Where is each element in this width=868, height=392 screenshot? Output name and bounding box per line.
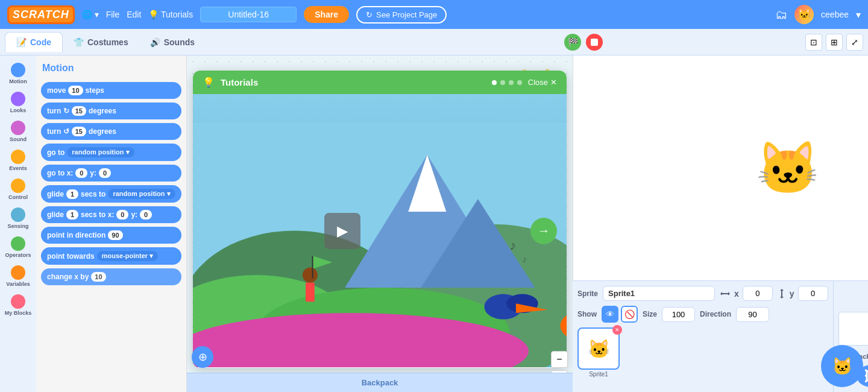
block-turn-ccw[interactable]: turn ↺ 15 degrees (41, 123, 181, 140)
folder-icon[interactable]: 🗂 (775, 8, 787, 22)
tutorial-next-button[interactable]: → (530, 218, 557, 244)
sprite-attrs-row: Show 👁 🚫 Size Direction (577, 306, 828, 323)
block-panel-title: Motion (41, 60, 181, 76)
costumes-tab-icon: 👕 (74, 37, 84, 47)
language-selector[interactable]: 🌐 ▾ (82, 10, 99, 19)
stop-button[interactable] (586, 34, 603, 51)
sprite-name-row: Sprite x y (577, 286, 828, 301)
username[interactable]: ceebee (821, 10, 849, 19)
y-input[interactable] (798, 286, 828, 301)
show-visible-button[interactable]: 👁 (602, 306, 618, 323)
block-glide-xy[interactable]: glide 1 secs to x: 0 y: 0 (41, 206, 181, 223)
direction-label: Direction (700, 310, 731, 318)
sidebar-item-looks[interactable]: Looks (10, 89, 27, 116)
sensing-dot (11, 207, 25, 222)
sensing-label: Sensing (7, 223, 28, 229)
show-hidden-button[interactable]: 🚫 (621, 306, 638, 323)
direction-input[interactable] (736, 307, 769, 322)
sidebar-item-variables[interactable]: Variables (6, 263, 30, 289)
sprite-list: Sprite x y Show (573, 281, 833, 392)
play-button[interactable]: ▶ (324, 213, 360, 249)
y-label: y (790, 289, 794, 299)
tutorial-close-button[interactable]: Close ✕ (528, 78, 557, 87)
workspace[interactable]: 🐱 💡 Tutorials Close ✕ (187, 55, 573, 392)
size-label: Size (643, 310, 657, 318)
fullscreen-button[interactable]: ⤢ (846, 34, 863, 51)
block-categories: Motion Looks Sound Events Control Sensin… (0, 55, 36, 392)
motion-label: Motion (9, 78, 27, 84)
tutorial-header: 💡 Tutorials Close ✕ (193, 71, 567, 94)
svg-point-9 (303, 267, 318, 282)
size-input[interactable] (662, 307, 695, 322)
control-dot (11, 179, 25, 193)
sprite-name-input[interactable] (603, 286, 715, 301)
sidebar-item-myblocks[interactable]: My Blocks (5, 292, 32, 318)
edit-menu[interactable]: Edit (127, 10, 141, 19)
add-sprite-icon: 🐱 (832, 356, 853, 376)
x-arrows-icon (720, 289, 731, 298)
block-point-direction[interactable]: point in direction 90 (41, 227, 181, 244)
green-flag-button[interactable]: 🏁 (564, 34, 581, 51)
refresh-icon: ↻ (366, 10, 373, 19)
block-move[interactable]: move 10 steps (41, 82, 181, 99)
stage-thumbnail[interactable] (838, 312, 868, 346)
control-label: Control (8, 194, 28, 200)
block-point-towards[interactable]: point towards mouse-pointer ▾ (41, 247, 181, 265)
stage-layout-buttons: ⊡ ⊞ ⤢ (805, 34, 863, 51)
tutorial-dot-3[interactable] (509, 80, 514, 85)
share-button[interactable]: Share (304, 6, 349, 23)
sidebar-item-motion[interactable]: Motion (9, 60, 27, 87)
x-input[interactable] (743, 286, 773, 301)
small-stage-button[interactable]: ⊡ (805, 34, 822, 51)
right-panel: 🐱 Sprite x y (573, 55, 868, 392)
tutorial-scene-svg: ♪ ♪ (193, 94, 567, 367)
tab-sounds[interactable]: 🔊 Sounds (139, 33, 206, 52)
add-extension-button[interactable]: ⊕ (192, 346, 213, 368)
svg-rect-11 (312, 256, 313, 279)
sidebar-item-operators[interactable]: Operators (5, 234, 31, 261)
sprite-thumb-sprite1[interactable]: 🐱 ✕ (577, 327, 620, 370)
sidebar-item-events[interactable]: Events (9, 147, 27, 174)
tutorial-overlay: 💡 Tutorials Close ✕ (193, 71, 567, 368)
show-toggle: 👁 🚫 (602, 306, 638, 323)
main-content: Motion Looks Sound Events Control Sensin… (0, 55, 868, 392)
normal-stage-button[interactable]: ⊞ (826, 34, 843, 51)
sprite-thumbnails: 🐱 ✕ Sprite1 (577, 327, 828, 378)
sidebar-item-control[interactable]: Control (8, 176, 28, 203)
file-menu[interactable]: File (106, 10, 120, 19)
avatar: 🐱 (794, 5, 814, 24)
tutorials-menu[interactable]: 💡 Tutorials (148, 10, 193, 19)
block-goto-position[interactable]: go to random position ▾ (41, 144, 181, 161)
tutorial-dot-4[interactable] (517, 80, 522, 85)
events-label: Events (9, 165, 27, 171)
tutorial-bulb-icon: 💡 (203, 77, 215, 88)
motion-dot (11, 63, 25, 77)
myblocks-label: My Blocks (5, 310, 32, 316)
code-tab-icon: 📝 (16, 37, 27, 47)
tab-costumes[interactable]: 👕 Costumes (63, 33, 139, 52)
sounds-tab-icon: 🔊 (150, 37, 160, 47)
sidebar-item-sound[interactable]: Sound (10, 118, 27, 145)
tutorial-dot-1[interactable] (492, 80, 497, 85)
svg-rect-10 (306, 283, 315, 302)
scratch-logo[interactable]: SCRATCH (7, 5, 75, 24)
tab-code[interactable]: 📝 Code (5, 32, 63, 52)
block-change-x[interactable]: change x by 10 (41, 268, 181, 285)
add-sprite-button[interactable]: 🐱 (821, 345, 863, 387)
tutorial-dot-2[interactable] (500, 80, 505, 85)
see-project-button[interactable]: ↻ See Project Page (356, 6, 447, 24)
variables-label: Variables (6, 281, 30, 287)
block-glide-position[interactable]: glide 1 secs to random position ▾ (41, 185, 181, 203)
backpack-bar[interactable]: Backpack (187, 373, 573, 392)
block-goto-xy[interactable]: go to x: 0 y: 0 (41, 165, 181, 182)
sidebar-item-sensing[interactable]: Sensing (7, 205, 28, 232)
block-turn-cw[interactable]: turn ↻ 15 degrees (41, 103, 181, 119)
looks-dot (11, 92, 25, 106)
zoom-out-button[interactable]: − (551, 351, 568, 368)
add-backdrop-icon: 🖼 (864, 368, 868, 385)
myblocks-dot (11, 294, 25, 309)
sprite-delete-button[interactable]: ✕ (612, 325, 622, 335)
tutorial-content: ♪ ♪ ▶ → (193, 94, 567, 367)
project-title[interactable]: Untitled-16 (200, 7, 297, 22)
y-coord: y (778, 286, 828, 301)
